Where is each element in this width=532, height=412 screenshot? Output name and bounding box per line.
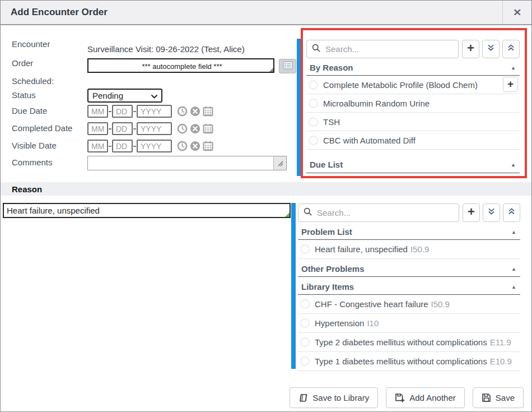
order-search-input[interactable] xyxy=(324,44,453,54)
calendar-icon[interactable] xyxy=(203,141,213,151)
reason-search-input[interactable] xyxy=(316,207,454,218)
dialog-titlebar: Add Encounter Order ✕ xyxy=(1,1,531,25)
reason-picker-panel: + Problem List ▲ Heart failure, unspecif… xyxy=(298,203,520,371)
reason-item[interactable]: Type 1 diabetes mellitus without complic… xyxy=(298,352,520,371)
add-another-button[interactable]: Add Another xyxy=(386,387,465,408)
radio-icon[interactable] xyxy=(300,357,310,366)
radio-icon[interactable] xyxy=(300,337,310,347)
date-separator xyxy=(109,146,111,147)
due-date-year-input[interactable] xyxy=(137,105,172,118)
chevron-down-icon xyxy=(151,91,157,100)
collapse-all-button[interactable] xyxy=(502,40,520,58)
save-to-library-button[interactable]: Save to Library xyxy=(290,387,378,408)
double-chevron-down-icon xyxy=(487,207,496,218)
order-item[interactable]: CBC with Automated Diff xyxy=(306,131,520,150)
reason-item[interactable]: Type 2 diabetes mellitus without complic… xyxy=(298,333,520,352)
save-plus-icon xyxy=(395,393,405,402)
save-icon xyxy=(482,393,491,402)
radio-icon[interactable] xyxy=(300,244,310,254)
reason-section-header: Reason xyxy=(1,182,532,196)
save-button[interactable]: Save xyxy=(473,387,524,408)
status-select[interactable]: Pending xyxy=(87,89,162,103)
accent-bar xyxy=(291,203,296,369)
comments-input[interactable] xyxy=(88,156,273,170)
clear-date-icon[interactable] xyxy=(190,141,200,151)
accordion-header-due-list[interactable]: Due List ▲ xyxy=(306,156,520,173)
radio-icon[interactable] xyxy=(300,318,310,328)
reason-picker-list: Problem List ▲ Heart failure, unspecifie… xyxy=(298,224,520,371)
visible-date-label: Visible Date xyxy=(12,141,57,150)
add-another-label: Add Another xyxy=(409,393,456,402)
order-lookup-button[interactable] xyxy=(279,59,296,73)
calendar-icon[interactable] xyxy=(203,106,213,117)
visible-date-day-input[interactable] xyxy=(112,140,133,152)
order-item[interactable]: Complete Metabolic Profile (Blood Chem) … xyxy=(306,76,520,94)
reason-item[interactable]: Heart failure, unspecified I50.9 xyxy=(298,240,520,259)
collapse-all-button[interactable] xyxy=(503,203,520,222)
completed-date-month-input[interactable] xyxy=(87,122,108,135)
search-icon xyxy=(312,44,320,54)
accordion-header-other-problems[interactable]: Other Problems ▲ xyxy=(298,261,520,277)
due-date-month-input[interactable] xyxy=(87,105,108,118)
add-encounter-order-dialog: Add Encounter Order ✕ Encounter Order Sc… xyxy=(0,0,532,412)
reason-item-label: Heart failure, unspecified xyxy=(315,244,408,254)
reason-autocomplete-input[interactable] xyxy=(4,204,286,217)
encounter-label: Encounter xyxy=(12,39,50,49)
clock-icon[interactable] xyxy=(177,141,188,151)
double-chevron-up-icon xyxy=(507,207,516,218)
resize-grip-icon[interactable] xyxy=(273,156,286,170)
order-picker-panel: + By Reason ▲ Complete Metabolic Profile… xyxy=(306,40,520,173)
reason-item[interactable]: CHF - Congestive heart failure I50.9 xyxy=(298,295,520,314)
reason-item[interactable]: Hypertension I10 xyxy=(298,314,520,333)
order-item[interactable]: Microalbumin Random Urine xyxy=(306,94,520,113)
order-label: Order xyxy=(12,58,33,68)
clock-icon[interactable] xyxy=(177,106,188,117)
close-icon: ✕ xyxy=(513,7,521,18)
list-icon xyxy=(283,61,293,72)
add-order-button[interactable]: + xyxy=(462,40,479,58)
visible-date-month-input[interactable] xyxy=(87,140,108,152)
radio-icon[interactable] xyxy=(309,80,318,90)
reason-field-wrap xyxy=(3,203,291,218)
accordion-header-by-reason[interactable]: By Reason ▲ xyxy=(306,60,520,76)
due-date-label: Due Date xyxy=(12,106,47,115)
visible-date-year-input[interactable] xyxy=(137,140,172,152)
accordion-title: Other Problems xyxy=(301,264,365,274)
caret-up-icon: ▲ xyxy=(511,229,516,235)
expand-all-button[interactable] xyxy=(482,40,500,58)
order-autocomplete-input[interactable] xyxy=(88,59,276,73)
date-separator xyxy=(133,128,136,129)
accordion-header-library-items[interactable]: Library Items ▲ xyxy=(298,279,520,295)
resize-grip-icon xyxy=(269,68,273,72)
radio-icon[interactable] xyxy=(309,99,318,108)
order-item-label: Complete Metabolic Profile (Blood Chem) xyxy=(323,80,478,90)
reason-item-label: Type 2 diabetes mellitus without complic… xyxy=(315,337,487,347)
completed-date-year-input[interactable] xyxy=(137,122,172,135)
accordion-title: By Reason xyxy=(310,63,353,72)
radio-icon[interactable] xyxy=(309,117,318,127)
expand-all-button[interactable] xyxy=(483,203,500,222)
diagnosis-code: E11.9 xyxy=(490,337,511,347)
accordion-header-problem-list[interactable]: Problem List ▲ xyxy=(298,224,520,240)
add-this-order-button[interactable]: + xyxy=(503,77,518,92)
radio-icon[interactable] xyxy=(300,299,310,309)
clear-date-icon[interactable] xyxy=(190,106,200,117)
calendar-icon[interactable] xyxy=(203,123,213,134)
completed-date-day-input[interactable] xyxy=(112,122,133,135)
clock-icon[interactable] xyxy=(177,123,188,134)
order-item[interactable]: TSH xyxy=(306,113,520,131)
accent-bar xyxy=(297,39,301,176)
footer-actions: Save to Library Add Another Save xyxy=(290,387,524,408)
date-separator xyxy=(133,111,136,112)
due-date-day-input[interactable] xyxy=(112,105,133,118)
date-separator xyxy=(109,128,111,129)
clear-date-icon[interactable] xyxy=(190,123,200,134)
add-reason-button[interactable]: + xyxy=(463,203,480,222)
dialog-title: Add Encounter Order xyxy=(11,7,108,18)
scheduled-label: Scheduled: xyxy=(12,76,54,86)
reason-search-box xyxy=(298,203,459,222)
radio-icon[interactable] xyxy=(309,136,318,145)
status-label: Status xyxy=(12,90,36,100)
close-button[interactable]: ✕ xyxy=(502,1,531,24)
reason-picker-toolbar: + xyxy=(298,203,520,222)
